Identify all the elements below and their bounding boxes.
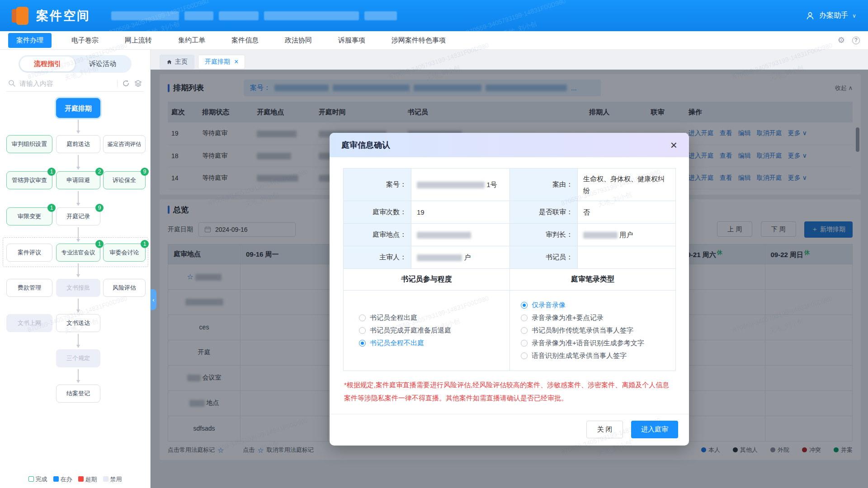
legend-active-swatch <box>53 476 59 482</box>
nav-tab-case-handling[interactable]: 案件办理 <box>8 33 52 48</box>
sidebar-collapse-handle[interactable]: ‹ <box>151 289 156 310</box>
redacted-header-text <box>111 11 397 20</box>
flow-node[interactable]: 文书报批 <box>56 279 100 297</box>
radio-icon <box>359 340 366 347</box>
chief-judge-value: 户 <box>411 246 510 269</box>
flow-arrow <box>78 369 79 382</box>
flow-node[interactable]: 诉讼保全9 <box>103 171 146 189</box>
radio-icon <box>521 327 528 334</box>
app-logo-icon <box>12 7 30 25</box>
clerk-participation-section-title: 书记员参与程度 <box>344 269 510 291</box>
joint-label: 是否联审： <box>510 201 578 224</box>
flow-node[interactable]: 审限变更1 <box>6 207 52 225</box>
sidebar-tab-group: 流程指引 诉讼活动 <box>19 55 132 73</box>
flow-node[interactable]: 管辖异议审查1 <box>6 171 52 189</box>
refresh-icon[interactable] <box>122 80 130 87</box>
flow-node[interactable]: 专业法官会议1 <box>56 244 100 262</box>
nav-tab-e-file[interactable]: 电子卷宗 <box>71 36 99 45</box>
flow-arrow <box>78 155 79 169</box>
hearing-info-table: 案号： 1号 案由： 生命权、身体权、健康权纠纷 庭审次数： 19 是否联审： … <box>343 168 676 371</box>
nav-tab-politics-law[interactable]: 政法协同 <box>285 36 312 45</box>
legend-disabled-swatch <box>103 476 108 482</box>
radio-icon <box>359 314 366 321</box>
nav-tab-litigation-service[interactable]: 诉服事项 <box>338 36 365 45</box>
close-tab-icon[interactable]: × <box>234 58 238 66</box>
record-type-section-title: 庭审笔录类型 <box>510 269 676 291</box>
flow-node[interactable]: 开庭记录9 <box>56 207 100 225</box>
flow-node[interactable]: 文书上网 <box>6 314 52 332</box>
tab-home[interactable]: 主页 <box>160 55 194 69</box>
radio-option[interactable]: 语音识别生成笔录供当事人签字 <box>521 352 675 360</box>
nav-tab-case-info[interactable]: 案件信息 <box>231 36 259 45</box>
flow-node[interactable]: 案件评议 <box>6 244 52 262</box>
radio-option[interactable]: 录音录像为准+要点记录 <box>521 314 675 322</box>
radio-option-selected[interactable]: 仅录音录像 <box>521 301 675 310</box>
flow-node[interactable]: 鉴定咨询评估 <box>103 135 146 153</box>
hearing-place-label: 庭审地点： <box>344 224 411 246</box>
radio-option[interactable]: 书记员全程出庭 <box>359 314 509 322</box>
enter-hearing-button[interactable]: 进入庭审 <box>631 421 678 438</box>
nav-tab-work-order[interactable]: 集约工单 <box>178 36 205 45</box>
assistant-menu[interactable]: 办案助手 ∨ <box>806 11 856 20</box>
main-region: 主页 开庭排期 × 排期列表 案号： ... 收起 ∧ <box>151 50 868 488</box>
radio-option-selected[interactable]: 书记员全程不出庭 <box>359 339 509 347</box>
broadcast-warning-text: *根据规定,案件庭审直播需要进行风险评估,经风险评估较高的案件、涉敏感案件、涉密… <box>344 378 675 405</box>
flow-node[interactable]: 庭前送达 <box>56 135 100 153</box>
help-icon[interactable]: ? <box>852 37 860 44</box>
flow-node[interactable]: 文书送达 <box>56 314 100 332</box>
assistant-label: 办案助手 <box>819 11 848 20</box>
close-icon[interactable]: × <box>670 139 677 151</box>
clerk-value <box>578 246 676 269</box>
hearing-place-value <box>411 224 510 246</box>
tab-process-guide[interactable]: 流程指引 <box>20 56 75 71</box>
count-badge: 9 <box>141 168 149 176</box>
joint-value: 否 <box>578 201 676 224</box>
record-type-options: 仅录音录像 录音录像为准+要点记录 书记员制作传统笔录供当事人签字 录音录像为准… <box>510 291 676 371</box>
count-badge: 1 <box>47 204 56 212</box>
main-nav: 案件办理 电子卷宗 网上流转 集约工单 案件信息 政法协同 诉服事项 涉网案件特… <box>0 31 868 50</box>
app-root: 案件空间 办案助手 ∨ 案件办理 电子卷宗 网上流转 集约工单 案件信息 政法协… <box>0 0 868 488</box>
radio-option[interactable]: 录音录像为准+语音识别生成参考文字 <box>521 339 675 347</box>
layers-icon[interactable] <box>134 80 142 87</box>
flow-node[interactable]: 三个规定 <box>56 349 100 367</box>
count-badge: 1 <box>141 240 149 248</box>
clerk-participation-options: 书记员全程出庭 书记员完成开庭准备后退庭 书记员全程不出庭 <box>344 291 510 371</box>
hearing-confirm-dialog: 庭审信息确认 × 案号： 1号 案由： 生命权、身体权、健康权纠纷 庭审次数： … <box>330 133 689 446</box>
process-flowchart: 开庭排期 审判组织设置 庭前送达 鉴定咨询评估 管辖异议审查1 申请回避2 诉讼… <box>0 95 150 412</box>
home-icon <box>166 59 172 65</box>
flow-node-kaitingpaiqi[interactable]: 开庭排期 <box>56 98 100 118</box>
flow-arrow <box>78 299 79 311</box>
flow-node[interactable]: 申请回避2 <box>56 171 100 189</box>
search-icon <box>8 80 16 87</box>
hearing-count-value: 19 <box>411 201 510 224</box>
presiding-judge-value: 用户 <box>578 224 676 246</box>
chevron-down-icon: ∨ <box>852 13 856 19</box>
dialog-title: 庭审信息确认 <box>341 140 390 150</box>
radio-option[interactable]: 书记员完成开庭准备后退庭 <box>359 326 509 335</box>
flow-node[interactable]: 风险评估 <box>103 279 146 297</box>
flow-node[interactable]: 审委会讨论1 <box>103 244 146 262</box>
radio-icon <box>521 302 528 309</box>
tab-litigation-activity[interactable]: 诉讼活动 <box>75 56 130 71</box>
flow-arrow <box>78 334 79 347</box>
presiding-judge-label: 审判长： <box>510 224 578 246</box>
gear-icon[interactable]: ⚙ <box>838 36 845 44</box>
flow-node[interactable]: 结案登记 <box>56 385 100 403</box>
nav-tab-internet-case[interactable]: 涉网案件特色事项 <box>392 36 446 45</box>
flow-arrow <box>78 191 79 205</box>
close-button[interactable]: 关 闭 <box>586 421 623 438</box>
radio-option[interactable]: 书记员制作传统笔录供当事人签字 <box>521 326 675 335</box>
legend-overdue-swatch <box>78 476 84 482</box>
cause-label: 案由： <box>510 169 578 201</box>
cause-value: 生命权、身体权、健康权纠纷 <box>578 169 676 201</box>
count-badge: 9 <box>95 204 104 212</box>
chief-judge-label: 主审人： <box>344 246 411 269</box>
flow-node[interactable]: 费款管理 <box>6 279 52 297</box>
flow-arrow <box>78 120 79 132</box>
tab-hearing-schedule[interactable]: 开庭排期 × <box>198 55 245 69</box>
flow-node[interactable]: 审判组织设置 <box>6 135 52 153</box>
app-header: 案件空间 办案助手 ∨ <box>0 0 868 31</box>
workspace-tabbar: 主页 开庭排期 × <box>151 50 868 70</box>
nav-tab-online-transfer[interactable]: 网上流转 <box>125 36 152 45</box>
search-input[interactable] <box>19 80 113 87</box>
